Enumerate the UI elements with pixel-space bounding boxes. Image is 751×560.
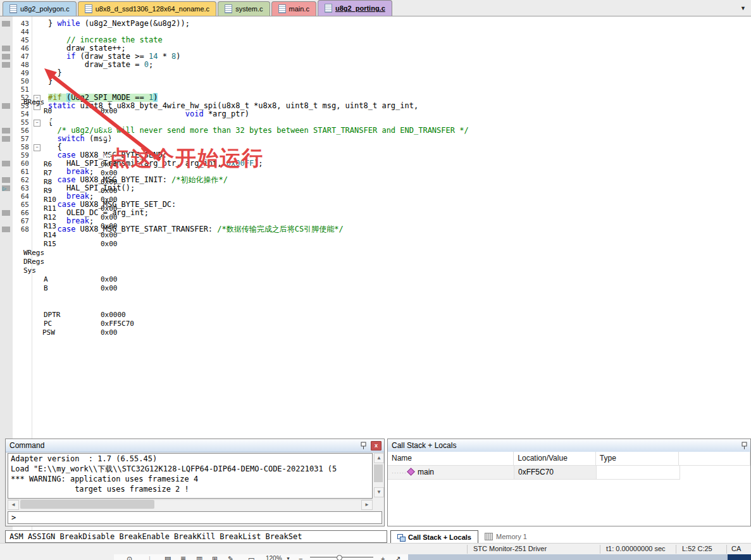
fullscreen-icon[interactable]: ↗ [395,554,400,560]
zoom-out-icon[interactable]: − [299,554,302,560]
register-value: 0x01 [101,302,118,311]
callstack-header-row: NameLocation/ValueType [388,452,750,466]
file-icon [325,4,332,13]
code-line[interactable]: 48 draw_state = 0; [0,61,751,69]
command-panel-header: Command x [6,439,384,452]
register-value: 0x00 [101,204,118,213]
line-number: 45 [13,36,29,44]
register-name: R15 [44,240,56,249]
code-text: void *arg_ptr) [48,110,249,118]
register-name: SPX [44,293,56,302]
line-number: 58 [13,143,29,151]
command-vscrollbar[interactable]: ▲ ▼ [374,453,383,497]
scroll-down-icon[interactable]: ▼ [374,487,384,497]
file-tab-u8g2_porting.c[interactable]: u8g2_porting.c [318,0,392,16]
close-icon[interactable]: x [371,441,382,451]
code-text: case U8X8_MSG_BYTE_START_TRANSFER: /*数据传… [48,225,344,233]
command-output-line: *** WARNING: application uses framesize … [8,474,372,484]
columns-view-icon[interactable]: ▥ [196,554,202,560]
line-number: 61 [13,168,29,176]
grid-view-icon[interactable]: ⊞ [212,554,218,560]
code-line[interactable]: 49 } [0,69,751,77]
command-panel-title: Command [9,441,360,450]
register-value: 0x0000 [101,311,126,320]
rotate-icon[interactable]: ⊙ [127,554,132,560]
pin-icon[interactable] [741,442,748,450]
scroll-right-icon[interactable]: ► [361,500,373,510]
line-number: 54 [13,110,29,118]
code-text: } while (u8g2_NextPage(&u8g2)); [48,20,190,28]
file-tab-main.c[interactable]: main.c [271,1,316,16]
command-panel: Command x Adapter version : 1.7 (6.55.45… [5,439,385,526]
code-line[interactable]: 43} while (u8g2_NextPage(&u8g2)); [0,20,751,28]
column-header-Location/Value[interactable]: Location/Value [514,452,596,466]
pin-icon[interactable] [360,442,367,450]
column-header-Type[interactable]: Type [596,452,680,466]
callstack-tab-icon [397,534,405,541]
register-value: 0x3A [101,134,118,142]
line-number: 48 [13,61,29,69]
code-text: draw_state = 0; [48,61,153,69]
details-view-icon[interactable]: ≣ [180,554,186,560]
uvision-window: V E:\my_work\下载\STC32G12K128-LQFP64-DIP6… [0,0,751,560]
tab-label: u8g2_polygon.c [20,5,70,13]
line-number: 60 [13,159,29,168]
code-line[interactable]: 50} [0,77,751,85]
code-mark-block [2,62,10,68]
register-value: 0xFF5C70 [101,320,134,328]
code-mark-block [2,54,10,59]
tab-label: Memory 1 [496,533,527,540]
code-mark-block [2,46,10,51]
column-header-extra [679,452,750,466]
file-icon [225,4,232,13]
code-mark-block [2,128,10,134]
register-value: 0x61 [101,125,118,134]
register-name: R2 [44,125,52,134]
scroll-up-icon[interactable]: ▲ [374,453,384,463]
line-number: 44 [13,28,29,36]
callstack-row[interactable]: ······main0xFF5C70 [388,466,750,480]
register-name: A [44,275,48,284]
command-input[interactable]: > [8,511,382,524]
command-hscrollbar[interactable]: ◄ ► [8,499,373,509]
register-value: 0x02 [101,337,118,346]
status-line-col: L:52 C:25 [682,545,712,552]
scroll-left-icon[interactable]: ◄ [8,500,19,510]
code-mark-block [2,136,10,142]
zoom-level-label[interactable]: 120% [266,554,282,560]
line-number: 62 [13,176,29,184]
line-number: 56 [13,127,29,135]
register-name: BRegs [23,98,44,107]
file-tab-u8g2_polygon.c[interactable]: u8g2_polygon.c [3,1,77,16]
zoom-slider-thumb[interactable] [337,555,342,560]
command-line-bar[interactable]: ASM ASSIGN BreakDisable BreakEnable Brea… [5,530,387,543]
fit-page-icon[interactable]: ▭ [248,554,254,560]
file-tab-u8x8_d_ssd1306_128x64_noname.c[interactable]: u8x8_d_ssd1306_128x64_noname.c [78,1,216,16]
register-value: 0xFF [101,116,118,125]
callstack-location-cell: 0xFF5C70 [514,466,597,480]
command-output[interactable]: Adapter version : 1.7 (6.55.45)Load "E:\… [8,453,373,499]
panel-tab-memory-1[interactable]: Memory 1 [478,530,533,543]
callstack-name-cell[interactable]: ······main [388,466,514,480]
panel-tab-call-stack-+-locals[interactable]: Call Stack + Locals [390,530,478,544]
line-number: 55 [13,118,29,127]
line-number: 46 [13,44,29,53]
zoom-in-icon[interactable]: + [381,554,385,560]
register-value: 0x00 [101,222,118,231]
zoom-dropdown-icon[interactable]: ▼ [286,554,290,560]
line-number: 67 [13,217,29,225]
register-name: R5 [44,151,52,160]
bottom-panel-tabs: Call Stack + LocalsMemory 1 [390,530,533,544]
register-value: 0x05 [101,142,118,151]
fold-toggle-icon[interactable]: − [34,144,40,151]
fold-toggle-icon[interactable]: − [34,120,40,127]
function-diamond-icon [407,468,415,476]
code-mark-block [2,227,10,232]
register-name: R10 [44,196,56,204]
register-name: B [44,284,48,293]
file-tab-system.c[interactable]: system.c [218,1,270,16]
list-view-icon[interactable]: ▤ [164,554,171,560]
tab-list-dropdown-icon[interactable]: ▼ [740,5,746,11]
edit-pencil-icon[interactable]: ✎ [228,554,233,560]
column-header-Name[interactable]: Name [388,452,514,466]
